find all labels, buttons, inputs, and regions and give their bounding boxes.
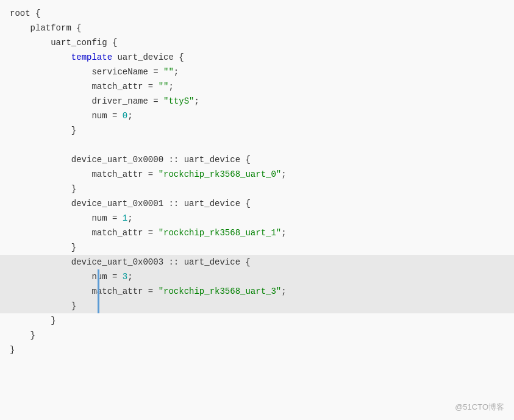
code-line-text: device_uart_0x0003 :: uart_device {: [10, 257, 251, 267]
code-line: }: [0, 343, 514, 357]
code-line-text: }: [10, 243, 76, 252]
code-line-text: }: [10, 301, 76, 311]
code-line: [0, 138, 514, 152]
code-line: device_uart_0x0003 :: uart_device {: [0, 255, 514, 269]
code-line: num = 0;: [0, 109, 514, 123]
code-line: num = 1;: [0, 211, 514, 226]
code-line-text: }: [10, 316, 56, 326]
code-line-text: device_uart_0x0001 :: uart_device {: [10, 199, 251, 208]
code-line-text: serviceName = "";: [10, 67, 179, 77]
code-line-text: }: [10, 184, 76, 194]
code-line: match_attr = "rockchip_rk3568_uart_0";: [0, 167, 514, 182]
code-line-text: num = 1;: [10, 213, 133, 223]
code-line-text: platform {: [10, 23, 82, 33]
code-line: }: [0, 123, 514, 138]
code-line: match_attr = "";: [0, 79, 514, 94]
code-line-text: match_attr = "rockchip_rk3568_uart_3";: [10, 287, 287, 296]
code-line-text: match_attr = "rockchip_rk3568_uart_0";: [10, 169, 287, 179]
code-line-text: template uart_device {: [10, 52, 184, 62]
code-line: device_uart_0x0000 :: uart_device {: [0, 152, 514, 167]
code-line-text: root {: [10, 9, 40, 18]
code-line-text: }: [10, 345, 15, 355]
code-line: }: [0, 328, 514, 343]
code-line: template uart_device {: [0, 50, 514, 65]
code-line-text: match_attr = "";: [10, 82, 174, 91]
code-line-text: num = 3;: [10, 272, 133, 282]
code-line: root {: [0, 6, 514, 21]
code-line: device_uart_0x0001 :: uart_device {: [0, 196, 514, 211]
watermark: @51CTO博客: [455, 402, 504, 413]
code-line: }: [0, 182, 514, 196]
code-line-text: driver_name = "ttyS";: [10, 96, 199, 106]
code-line: }: [0, 299, 514, 313]
code-line-text: uart_config {: [10, 38, 117, 48]
code-line-text: }: [10, 126, 76, 135]
code-line: uart_config {: [0, 35, 514, 50]
code-line-text: }: [10, 330, 35, 340]
code-line-text: device_uart_0x0000 :: uart_device {: [10, 155, 251, 165]
code-container: root { platform { uart_config { template…: [0, 0, 514, 420]
code-line: num = 3;: [0, 269, 514, 284]
code-line: serviceName = "";: [0, 65, 514, 79]
code-line: driver_name = "ttyS";: [0, 94, 514, 109]
code-line: match_attr = "rockchip_rk3568_uart_1";: [0, 226, 514, 240]
code-line: }: [0, 313, 514, 328]
code-line-text: match_attr = "rockchip_rk3568_uart_1";: [10, 228, 287, 238]
code-line: match_attr = "rockchip_rk3568_uart_3";: [0, 284, 514, 299]
code-line-text: num = 0;: [10, 111, 133, 121]
code-line: platform {: [0, 21, 514, 35]
code-line: }: [0, 240, 514, 255]
